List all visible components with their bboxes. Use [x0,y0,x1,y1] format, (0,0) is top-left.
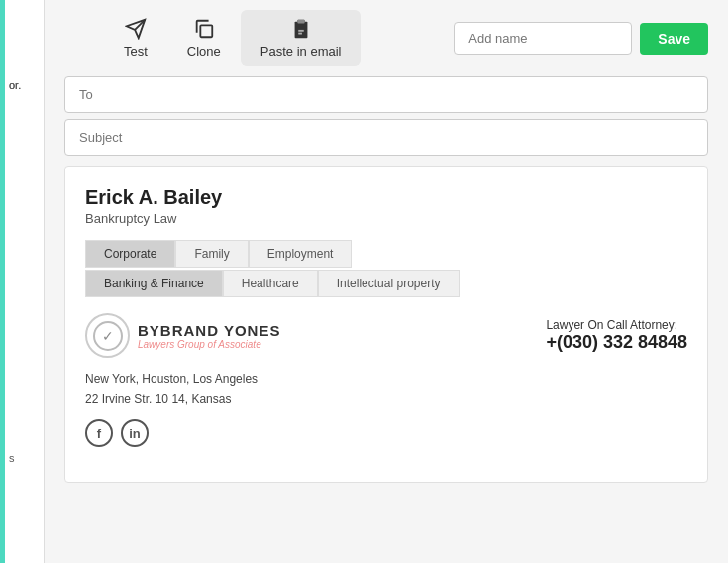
clone-button-label: Clone [187,44,221,58]
test-button[interactable]: Test [104,10,167,66]
sig-logo: ✓ BYBRAND YONES Lawyers Group of Associa… [85,313,280,358]
sidebar-or-text: or. [9,79,21,91]
sig-address-line2: 22 Irvine Str. 10 14, Kansas [85,391,687,409]
email-composer [64,76,708,156]
sig-contact-phone: +(030) 332 84848 [546,332,687,353]
signature-preview: Erick A. Bailey Bankruptcy Law Corporate… [64,166,708,483]
to-field[interactable] [64,76,708,113]
left-sidebar: or. s [5,0,45,563]
svg-rect-4 [294,22,307,38]
tag-banking: Banking & Finance [85,270,223,297]
svg-rect-2 [200,25,212,37]
tag-intellectual-property: Intellectual property [318,270,460,297]
clone-button[interactable]: Clone [167,10,241,66]
svg-rect-6 [298,30,304,32]
toolbar-right: Save [454,22,708,55]
sidebar-bottom-text: s [9,452,15,464]
linkedin-icon[interactable]: in [121,419,149,447]
sig-tags-row1: Corporate Family Employment [85,240,687,268]
tag-healthcare: Healthcare [223,270,318,297]
clone-icon [193,18,215,40]
subject-field[interactable] [64,119,708,156]
sig-contact: Lawyer On Call Attorney: +(030) 332 8484… [546,318,687,353]
sig-address-line1: New York, Houston, Los Angeles [85,370,687,389]
tag-family: Family [175,240,248,268]
facebook-icon[interactable]: f [85,419,113,447]
sig-title: Bankruptcy Law [85,211,687,226]
tag-corporate: Corporate [85,240,175,268]
svg-rect-7 [298,33,302,35]
main-content: Test Clone Paste in email Save [45,0,728,563]
save-button[interactable]: Save [640,23,708,55]
paste-in-email-button[interactable]: Paste in email [241,10,362,66]
sig-logo-area: ✓ BYBRAND YONES Lawyers Group of Associa… [85,313,687,358]
test-button-label: Test [124,44,148,58]
logo-text-block: BYBRAND YONES Lawyers Group of Associate [138,322,280,350]
toolbar: Test Clone Paste in email Save [45,0,728,76]
logo-inner-circle: ✓ [93,321,123,351]
tag-employment: Employment [249,240,353,268]
send-icon [125,18,147,40]
sig-social: f in [85,419,687,447]
logo-brand: BYBRAND YONES [138,322,280,339]
sig-contact-label: Lawyer On Call Attorney: [546,318,687,332]
logo-check-icon: ✓ [102,328,114,344]
logo-sub: Lawyers Group of Associate [138,339,280,350]
paste-in-email-label: Paste in email [260,44,342,58]
sig-tags-row2: Banking & Finance Healthcare Intellectua… [85,270,687,297]
svg-rect-5 [297,20,304,24]
name-input[interactable] [454,22,632,55]
paste-icon [290,18,312,40]
sig-name: Erick A. Bailey [85,186,687,209]
logo-circle: ✓ [85,313,130,358]
